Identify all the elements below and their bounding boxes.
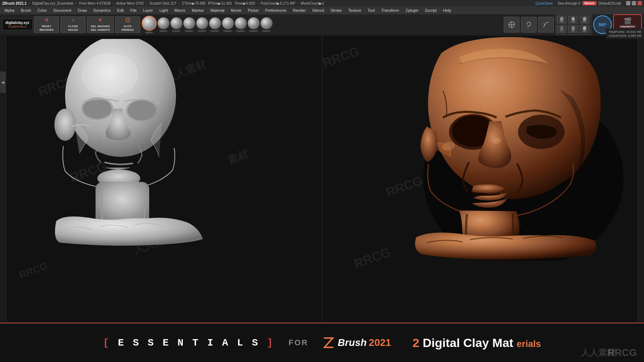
svg-point-4 — [560, 20, 564, 23]
brush-item-3[interactable]: DigitalC — [183, 17, 195, 32]
watermark-6: 素材 — [225, 147, 250, 168]
brush-label-6: DigitalC — [224, 30, 233, 32]
menu-marker[interactable]: Marker — [189, 8, 207, 13]
head-icon-4[interactable] — [557, 25, 567, 33]
essentials-text: E S S E N T I A L S — [118, 337, 267, 348]
menu-stroke[interactable]: Stroke — [328, 8, 345, 13]
brush-item-8[interactable]: DigitalC — [248, 17, 260, 32]
close-button[interactable] — [638, 1, 642, 5]
active-mem: Active Mem 3762 — [116, 1, 144, 5]
menu-preferences[interactable]: Preferences — [262, 8, 289, 13]
reset-brushes-button[interactable]: ↺ RESETBRUSHES — [34, 16, 59, 33]
menu-document[interactable]: Document — [50, 8, 74, 13]
menu-color[interactable]: Color — [35, 8, 50, 13]
default-script: DefaultZScript — [599, 1, 621, 5]
svg-point-27 — [54, 109, 76, 141]
brush-sphere-9[interactable] — [260, 17, 273, 29]
auto-remesh-button[interactable]: ⬡ AUTOREMESH — [115, 16, 140, 33]
bracket-left: [ — [103, 337, 111, 348]
menu-material[interactable]: Material — [208, 8, 227, 13]
app-title: ZBrush 2021.1 — [2, 1, 26, 5]
menu-stencil[interactable]: Stencil — [309, 8, 327, 13]
rtime: RTime▶11.401 — [208, 1, 232, 5]
head-icon-2[interactable] — [568, 16, 578, 24]
svg-point-24 — [128, 100, 156, 120]
close-holes-icon: ○ — [72, 17, 74, 24]
bottom-bar: [ E S S E N T I A L S ] FOR Brush 2021 2… — [0, 323, 644, 362]
essentials-label: [ E S S E N T I A L S ] — [103, 337, 274, 348]
brush-item-6[interactable]: DigitalC — [222, 17, 234, 32]
canvas-area[interactable]: RRCG 人人素材 RRCG 人人素材 RRCG 素材 RRCG 人人素材 人人… — [6, 35, 638, 323]
menu-brush[interactable]: Brush — [18, 8, 34, 13]
brush-sphere-3[interactable] — [183, 17, 195, 29]
zbrush-logo: Brush 2021 — [323, 336, 391, 349]
left-sidebar-toggle[interactable]: ◀ — [0, 71, 6, 93]
brush-sphere-6[interactable] — [222, 17, 234, 29]
del-masked-button[interactable]: ✕ DEL MASKEDDEL SUBDIV5 — [87, 16, 114, 33]
active-points: ActivePoints: 4.085 Mil — [609, 34, 641, 38]
move-tool-button[interactable] — [504, 17, 519, 33]
head-icons-panel — [555, 14, 592, 35]
menu-movie[interactable]: Movie — [228, 8, 244, 13]
brush-label-7: DigitalC — [236, 30, 245, 32]
menu-alpha[interactable]: Alpha — [1, 8, 17, 13]
total-points: TotalPoints: 16.941 Mil — [609, 30, 641, 34]
head-icon-3[interactable] — [580, 16, 590, 24]
brush-item-5[interactable]: DigitalC — [209, 17, 221, 32]
menu-layer[interactable]: Layer — [140, 8, 156, 13]
brush-sphere-5[interactable] — [209, 17, 221, 29]
close-holes-button[interactable]: ○ CLOSEHOLES — [60, 16, 86, 33]
brush-item-9[interactable]: DigitalC — [260, 17, 273, 32]
svg-point-9 — [582, 20, 587, 23]
menu-help[interactable]: Help — [440, 8, 454, 13]
timer: Timer▶0.003 — [234, 1, 255, 5]
course-suffix: erials — [517, 338, 541, 349]
menu-light[interactable]: Light — [157, 8, 171, 13]
see-through: See-through 0 — [558, 1, 580, 5]
360-label: 360° — [599, 23, 607, 27]
clip-curve-tool-button[interactable] — [538, 17, 554, 33]
maximize-button[interactable] — [632, 1, 636, 5]
menu-draw[interactable]: Draw — [75, 8, 90, 13]
brush-item-1[interactable]: digitalc — [157, 17, 170, 32]
quick-save-btn[interactable]: QuickSave — [535, 1, 552, 5]
menu-render[interactable]: Render — [290, 8, 309, 13]
menu-edit[interactable]: Edit — [114, 8, 127, 13]
menu-tool[interactable]: Tool — [365, 8, 378, 13]
minimize-button[interactable] — [626, 1, 630, 5]
brush-sphere-4[interactable] — [196, 17, 208, 29]
menu-zplugin[interactable]: Zplugin — [402, 8, 421, 13]
lasso-tool-button[interactable] — [521, 17, 537, 33]
menu-texture[interactable]: Texture — [345, 8, 364, 13]
head-icon-5[interactable] — [568, 25, 578, 33]
brush-sphere-2[interactable] — [170, 17, 182, 29]
course-title: 2 Digital Clay Mat erials — [413, 336, 541, 350]
film-icon: 🎬 — [624, 17, 631, 25]
main-toolbar: digitalclay.xyz ESSENTIALS ↺ RESETBRUSHE… — [0, 14, 644, 35]
left-bust-container — [28, 39, 221, 246]
menu-file[interactable]: File — [127, 8, 140, 13]
left-bust-svg — [28, 39, 221, 246]
brush-label-0: digitalc — [145, 31, 153, 34]
brush-item-7[interactable]: DigitalC — [235, 17, 247, 32]
menu-dynamics[interactable]: Dynamics — [91, 8, 113, 13]
right-toolbar: 360° 🎬 CINeMATICRENDER TotalPoints: 16.9… — [555, 14, 642, 35]
brush-sphere-0[interactable] — [142, 16, 157, 31]
course-number: 2 — [413, 336, 423, 349]
menu-picker[interactable]: Picker — [245, 8, 262, 13]
head-icon-1[interactable] — [557, 16, 567, 24]
head-icon-6[interactable] — [580, 25, 590, 33]
brush-item-2[interactable]: DigitalC — [170, 17, 182, 32]
brush-item-0[interactable]: digitalc — [142, 16, 157, 34]
brush-sphere-1[interactable] — [157, 17, 170, 29]
menu-zscript[interactable]: Zscript — [422, 8, 440, 13]
menus-button[interactable]: Menus — [582, 1, 596, 5]
for-label: FOR — [288, 338, 308, 347]
brush-item-4[interactable]: DigitalC — [196, 17, 208, 32]
watermark-3: RRCG — [321, 44, 361, 71]
brush-sphere-7[interactable] — [235, 17, 247, 29]
menu-transform[interactable]: Transform — [379, 8, 402, 13]
delete-icon: ✕ — [98, 17, 102, 24]
menu-macro[interactable]: Macro — [171, 8, 188, 13]
brush-sphere-8[interactable] — [248, 17, 260, 29]
